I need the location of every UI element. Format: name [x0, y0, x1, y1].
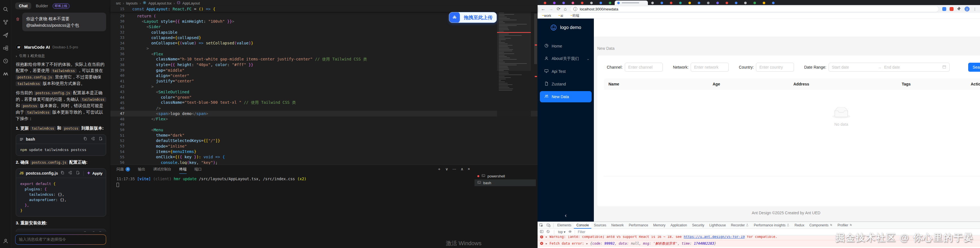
inspect-icon[interactable]: [538, 223, 545, 227]
profile-avatar[interactable]: y: [964, 6, 970, 11]
sider-collapse-trigger[interactable]: ‹: [538, 209, 594, 221]
form-input-country[interactable]: [756, 63, 794, 72]
delete-message-icon[interactable]: [16, 17, 20, 22]
browser-tab[interactable]: [694, 0, 704, 5]
clear-console-icon[interactable]: [546, 230, 550, 234]
browser-tab[interactable]: [540, 0, 550, 5]
puzzle-icon[interactable]: [957, 6, 961, 12]
breadcrumb[interactable]: src›layouts›AppLayout.tsx›AppLayout: [110, 0, 538, 6]
terminal-item-powershell[interactable]: powershell: [474, 173, 536, 179]
devtools-tab-performance-insights[interactable]: Performance insights: [751, 222, 792, 229]
reference-toggle[interactable]: › 引用 1 相关信息: [16, 54, 106, 58]
history-icon[interactable]: [3, 58, 9, 64]
panel-action-icon[interactable]: ＋: [437, 167, 441, 172]
context-selector[interactable]: top ▾: [558, 230, 565, 234]
date-range-picker[interactable]: Start date→End date: [829, 63, 950, 72]
apps-icon[interactable]: [3, 45, 9, 51]
devtools-tab-profiler[interactable]: Profiler: [835, 222, 855, 229]
devtools-tab-security[interactable]: Security: [690, 222, 707, 229]
breadcrumb-item[interactable]: src: [116, 1, 121, 5]
sidebar-item-new-data[interactable]: New Data: [540, 91, 592, 102]
copy-icon[interactable]: [83, 137, 87, 142]
breadcrumb-item[interactable]: AppLayout.tsx: [148, 1, 172, 5]
send-icon[interactable]: [3, 32, 9, 38]
file-plus-icon[interactable]: [99, 231, 102, 232]
devtools-tab-redux[interactable]: Redux: [792, 222, 807, 229]
browser-tab[interactable]: [722, 0, 732, 5]
code-editor[interactable]: 29 return (30 <Layout style={{ minHeight…: [110, 12, 538, 164]
insert-icon[interactable]: [68, 171, 72, 176]
copy-icon[interactable]: [83, 231, 87, 232]
browser-tab[interactable]: [732, 0, 741, 5]
browser-tab[interactable]: [578, 0, 587, 5]
terminal-item-bash[interactable]: bash: [474, 179, 536, 186]
devtools-tab-components[interactable]: Components: [807, 222, 835, 229]
bookmark-folder-前端[interactable]: 前端: [571, 13, 579, 18]
browser-tab[interactable]: [559, 0, 568, 5]
copy-icon[interactable]: [60, 171, 64, 176]
editor-scrollbar[interactable]: [534, 12, 538, 164]
panel-action-icon[interactable]: ∨: [445, 167, 448, 172]
extension-icon[interactable]: [942, 7, 946, 11]
browser-tab[interactable]: [648, 0, 657, 5]
flow-icon[interactable]: [3, 19, 9, 25]
sidebar-item-about-[interactable]: About/关于我们⌄: [538, 53, 594, 65]
reload-button[interactable]: ⟳: [557, 7, 560, 11]
form-input-network[interactable]: [690, 63, 729, 72]
eye-icon[interactable]: [568, 230, 572, 234]
device-toolbar-icon[interactable]: [545, 223, 552, 227]
insert-icon[interactable]: [91, 137, 95, 142]
browser-tab[interactable]: [768, 0, 778, 5]
devtools-tab-memory[interactable]: Memory: [651, 222, 668, 229]
apply-button[interactable]: Apply: [83, 171, 102, 176]
browser-tab[interactable]: [587, 0, 596, 5]
bookmark-folder-ai[interactable]: ai: [558, 14, 563, 18]
file-plus-icon[interactable]: [76, 171, 80, 176]
panel-tab-终端[interactable]: 终端: [179, 167, 186, 174]
extension-icon[interactable]: [950, 7, 953, 11]
chat-input[interactable]: 输入消息或者"/"来选择指令: [16, 235, 106, 244]
site-info-icon[interactable]: i: [573, 7, 577, 11]
browser-tab[interactable]: [667, 0, 676, 5]
drag-upload-overlay[interactable]: 拖拽至此上传: [449, 12, 497, 23]
file-plus-icon[interactable]: [99, 137, 102, 142]
devtools-tab-lighthouse[interactable]: Lighthouse: [707, 222, 729, 229]
insert-icon[interactable]: [91, 231, 95, 232]
panel-tab-输出[interactable]: 输出: [138, 167, 145, 174]
browser-tab[interactable]: [568, 0, 578, 5]
browser-tab[interactable]: [741, 0, 750, 5]
bookmark-folder-work[interactable]: work: [542, 14, 551, 18]
tab-builder[interactable]: Builder: [36, 4, 48, 8]
browser-menu-icon[interactable]: ⋮: [973, 7, 977, 11]
devtools-tab-sources[interactable]: Sources: [591, 222, 609, 229]
browser-tab[interactable]: [704, 0, 713, 5]
back-button[interactable]: ←: [541, 7, 546, 11]
panel-tab-端口[interactable]: 端口: [194, 167, 202, 174]
terminal-output[interactable]: 11:17:35 [vite] (client) hmr update /src…: [116, 176, 307, 187]
sidebar-item-zustand[interactable]: Zustand: [538, 79, 594, 90]
breadcrumb-item[interactable]: layouts: [126, 1, 138, 5]
browser-tab[interactable]: [713, 0, 722, 5]
panel-action-icon[interactable]: ⋯: [453, 167, 457, 172]
browser-tab[interactable]: [685, 0, 694, 5]
browser-tab-active[interactable]: [615, 0, 648, 5]
panel-action-icon[interactable]: ∧: [461, 167, 463, 172]
url-bar[interactable]: i localhost:3000/newdata: [570, 6, 939, 12]
devtools-tab-recorder[interactable]: Recorder: [729, 222, 751, 229]
devtools-tab-application[interactable]: Application: [668, 222, 690, 229]
devtools-tab-console[interactable]: Console: [574, 222, 591, 229]
browser-tab[interactable]: [596, 0, 605, 5]
form-input-channel[interactable]: [625, 63, 663, 72]
browser-tab[interactable]: [657, 0, 667, 5]
account-icon[interactable]: [3, 238, 9, 244]
browser-tab[interactable]: [605, 0, 615, 5]
browser-tab[interactable]: [750, 0, 759, 5]
tab-chat[interactable]: Chat: [15, 3, 31, 9]
devtools-tab-elements[interactable]: Elements: [555, 222, 574, 229]
home-button[interactable]: ⌂: [564, 7, 566, 11]
browser-tab[interactable]: [676, 0, 685, 5]
breadcrumb-item[interactable]: AppLayout: [182, 1, 200, 5]
console-sidebar-icon[interactable]: [540, 230, 544, 234]
sidebar-item-home[interactable]: Home: [538, 41, 594, 52]
search-icon[interactable]: [3, 6, 9, 13]
